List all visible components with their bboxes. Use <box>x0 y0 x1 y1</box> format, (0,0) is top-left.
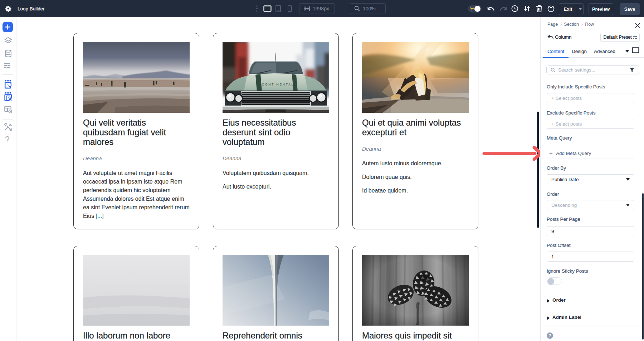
svg-text:CONTINENTAL: CONTINENTAL <box>262 83 294 86</box>
